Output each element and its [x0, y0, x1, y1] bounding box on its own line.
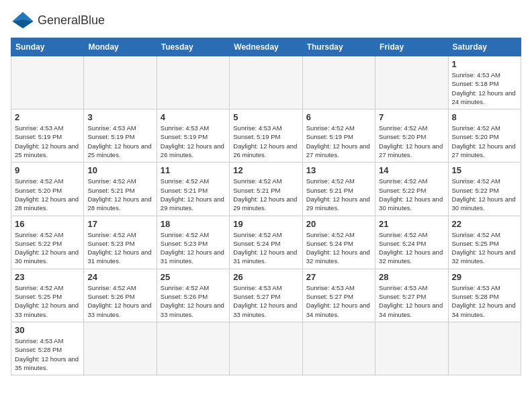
calendar-day-cell: 8Sunrise: 4:52 AM Sunset: 5:20 PM Daylig…	[448, 109, 521, 163]
day-info: Sunrise: 4:53 AM Sunset: 5:19 PM Dayligh…	[87, 124, 152, 159]
calendar-day-cell: 27Sunrise: 4:53 AM Sunset: 5:27 PM Dayli…	[302, 269, 375, 322]
calendar-day-cell: 22Sunrise: 4:52 AM Sunset: 5:25 PM Dayli…	[448, 216, 521, 269]
day-info: Sunrise: 4:52 AM Sunset: 5:25 PM Dayligh…	[15, 283, 80, 319]
calendar-day-cell: 11Sunrise: 4:52 AM Sunset: 5:21 PM Dayli…	[157, 163, 229, 216]
day-info: Sunrise: 4:53 AM Sunset: 5:18 PM Dayligh…	[452, 71, 517, 106]
weekday-header-saturday: Saturday	[448, 38, 521, 56]
calendar-day-cell: 29Sunrise: 4:53 AM Sunset: 5:28 PM Dayli…	[448, 269, 521, 322]
calendar-day-cell	[157, 56, 229, 109]
day-info: Sunrise: 4:52 AM Sunset: 5:21 PM Dayligh…	[306, 177, 371, 212]
day-number: 10	[87, 165, 152, 175]
logo: GeneralBlue	[11, 11, 105, 30]
calendar-day-cell	[375, 322, 448, 375]
calendar-day-cell	[84, 56, 157, 109]
day-number: 4	[161, 112, 226, 122]
weekday-header-wednesday: Wednesday	[230, 38, 302, 56]
calendar-day-cell	[11, 56, 84, 109]
day-info: Sunrise: 4:53 AM Sunset: 5:27 PM Dayligh…	[379, 283, 444, 319]
calendar-day-cell: 15Sunrise: 4:52 AM Sunset: 5:22 PM Dayli…	[448, 163, 521, 216]
day-number: 6	[306, 112, 371, 122]
calendar-day-cell	[448, 322, 521, 375]
day-number: 13	[306, 165, 371, 175]
calendar-day-cell: 17Sunrise: 4:52 AM Sunset: 5:23 PM Dayli…	[84, 216, 157, 269]
day-info: Sunrise: 4:52 AM Sunset: 5:20 PM Dayligh…	[379, 124, 444, 159]
calendar-day-cell: 10Sunrise: 4:52 AM Sunset: 5:21 PM Dayli…	[84, 163, 157, 216]
day-info: Sunrise: 4:52 AM Sunset: 5:21 PM Dayligh…	[161, 177, 226, 212]
day-number: 7	[379, 112, 444, 122]
day-info: Sunrise: 4:52 AM Sunset: 5:22 PM Dayligh…	[452, 177, 517, 212]
day-number: 8	[452, 112, 517, 122]
calendar-day-cell: 23Sunrise: 4:52 AM Sunset: 5:25 PM Dayli…	[11, 269, 84, 322]
day-info: Sunrise: 4:53 AM Sunset: 5:27 PM Dayligh…	[233, 283, 298, 319]
day-number: 20	[306, 219, 371, 229]
day-info: Sunrise: 4:52 AM Sunset: 5:20 PM Dayligh…	[15, 177, 80, 212]
day-info: Sunrise: 4:52 AM Sunset: 5:25 PM Dayligh…	[452, 230, 517, 266]
calendar-day-cell: 25Sunrise: 4:52 AM Sunset: 5:26 PM Dayli…	[157, 269, 229, 322]
day-info: Sunrise: 4:53 AM Sunset: 5:19 PM Dayligh…	[161, 124, 226, 159]
calendar-day-cell: 3Sunrise: 4:53 AM Sunset: 5:19 PM Daylig…	[84, 109, 157, 163]
day-number: 19	[233, 219, 298, 229]
day-info: Sunrise: 4:52 AM Sunset: 5:24 PM Dayligh…	[379, 230, 444, 266]
calendar-day-cell	[157, 322, 229, 375]
calendar-day-cell: 9Sunrise: 4:52 AM Sunset: 5:20 PM Daylig…	[11, 163, 84, 216]
calendar-day-cell: 5Sunrise: 4:53 AM Sunset: 5:19 PM Daylig…	[230, 109, 302, 163]
day-number: 2	[15, 112, 80, 122]
calendar-week-row: 23Sunrise: 4:52 AM Sunset: 5:25 PM Dayli…	[11, 269, 521, 322]
day-number: 22	[452, 219, 517, 229]
calendar-day-cell	[302, 56, 375, 109]
day-info: Sunrise: 4:52 AM Sunset: 5:21 PM Dayligh…	[233, 177, 298, 212]
day-number: 12	[233, 165, 298, 175]
day-number: 9	[15, 165, 80, 175]
calendar-day-cell: 26Sunrise: 4:53 AM Sunset: 5:27 PM Dayli…	[230, 269, 302, 322]
day-number: 1	[452, 59, 517, 69]
calendar-day-cell: 4Sunrise: 4:53 AM Sunset: 5:19 PM Daylig…	[157, 109, 229, 163]
calendar-day-cell: 13Sunrise: 4:52 AM Sunset: 5:21 PM Dayli…	[302, 163, 375, 216]
day-number: 23	[15, 272, 80, 282]
weekday-header-monday: Monday	[84, 38, 157, 56]
day-number: 16	[15, 219, 80, 229]
calendar-day-cell: 19Sunrise: 4:52 AM Sunset: 5:24 PM Dayli…	[230, 216, 302, 269]
calendar-day-cell: 2Sunrise: 4:53 AM Sunset: 5:19 PM Daylig…	[11, 109, 84, 163]
weekday-header-row: SundayMondayTuesdayWednesdayThursdayFrid…	[11, 38, 521, 56]
day-number: 24	[87, 272, 152, 282]
calendar-day-cell: 16Sunrise: 4:52 AM Sunset: 5:22 PM Dayli…	[11, 216, 84, 269]
calendar-day-cell: 1Sunrise: 4:53 AM Sunset: 5:18 PM Daylig…	[448, 56, 521, 109]
weekday-header-sunday: Sunday	[11, 38, 84, 56]
day-number: 18	[161, 219, 226, 229]
day-number: 28	[379, 272, 444, 282]
calendar-day-cell: 6Sunrise: 4:52 AM Sunset: 5:19 PM Daylig…	[302, 109, 375, 163]
day-number: 25	[161, 272, 226, 282]
day-number: 5	[233, 112, 298, 122]
calendar-day-cell: 21Sunrise: 4:52 AM Sunset: 5:24 PM Dayli…	[375, 216, 448, 269]
day-number: 14	[379, 165, 444, 175]
calendar-day-cell	[84, 322, 157, 375]
weekday-header-tuesday: Tuesday	[157, 38, 229, 56]
calendar-day-cell: 7Sunrise: 4:52 AM Sunset: 5:20 PM Daylig…	[375, 109, 448, 163]
day-info: Sunrise: 4:52 AM Sunset: 5:24 PM Dayligh…	[306, 230, 371, 266]
calendar-day-cell: 20Sunrise: 4:52 AM Sunset: 5:24 PM Dayli…	[302, 216, 375, 269]
day-number: 17	[87, 219, 152, 229]
day-number: 11	[161, 165, 226, 175]
day-info: Sunrise: 4:52 AM Sunset: 5:19 PM Dayligh…	[306, 124, 371, 159]
day-info: Sunrise: 4:52 AM Sunset: 5:26 PM Dayligh…	[87, 283, 152, 319]
calendar-week-row: 9Sunrise: 4:52 AM Sunset: 5:20 PM Daylig…	[11, 163, 521, 216]
calendar-day-cell: 24Sunrise: 4:52 AM Sunset: 5:26 PM Dayli…	[84, 269, 157, 322]
calendar-week-row: 16Sunrise: 4:52 AM Sunset: 5:22 PM Dayli…	[11, 216, 521, 269]
day-number: 15	[452, 165, 517, 175]
calendar-day-cell	[230, 56, 302, 109]
day-number: 26	[233, 272, 298, 282]
day-info: Sunrise: 4:52 AM Sunset: 5:22 PM Dayligh…	[379, 177, 444, 212]
calendar-week-row: 30Sunrise: 4:53 AM Sunset: 5:28 PM Dayli…	[11, 322, 521, 375]
calendar-week-row: 1Sunrise: 4:53 AM Sunset: 5:18 PM Daylig…	[11, 56, 521, 109]
calendar-table: SundayMondayTuesdayWednesdayThursdayFrid…	[11, 38, 521, 375]
header: GeneralBlue	[11, 11, 521, 30]
calendar-day-cell	[230, 322, 302, 375]
day-info: Sunrise: 4:52 AM Sunset: 5:21 PM Dayligh…	[87, 177, 152, 212]
day-info: Sunrise: 4:53 AM Sunset: 5:19 PM Dayligh…	[15, 124, 80, 159]
logo-text: GeneralBlue	[38, 14, 105, 27]
day-info: Sunrise: 4:53 AM Sunset: 5:28 PM Dayligh…	[452, 283, 517, 319]
calendar-day-cell	[375, 56, 448, 109]
calendar-day-cell: 30Sunrise: 4:53 AM Sunset: 5:28 PM Dayli…	[11, 322, 84, 375]
day-info: Sunrise: 4:52 AM Sunset: 5:23 PM Dayligh…	[87, 230, 152, 266]
day-info: Sunrise: 4:52 AM Sunset: 5:26 PM Dayligh…	[161, 283, 226, 319]
